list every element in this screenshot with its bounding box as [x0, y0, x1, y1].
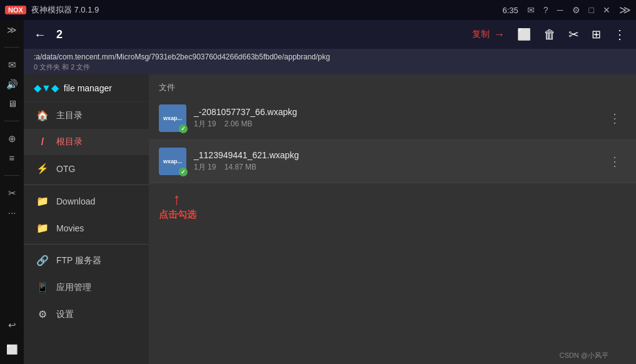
settings-icon[interactable]: ⚙: [572, 5, 580, 15]
title-time: 6:35: [503, 6, 518, 15]
file-info-2: _1123949441_621.wxapkg 1月 19 14.87 MB: [194, 150, 603, 173]
file-name-1: _-2081057737_66.wxapkg: [194, 107, 603, 117]
file-meta-1: 1月 19 2.06 MB: [194, 119, 603, 129]
sidebar-item-movies[interactable]: 📁 Movies: [24, 215, 149, 241]
rp-sep-1: [4, 47, 19, 48]
rp-screen-icon[interactable]: 🖥: [8, 99, 17, 108]
annotation-area: ↑ 点击勾选: [149, 183, 636, 233]
path-info: 0 文件夹 和 2 文件: [34, 63, 626, 72]
settings-icon-sidebar: ⚙: [36, 308, 49, 320]
click-annotation: ↑ 点击勾选: [159, 190, 626, 221]
copy-hint: 复制 →: [472, 28, 505, 41]
sidebar-logo-area: ◆▼◆ file manager: [24, 74, 149, 102]
check-badge-1: ✓: [179, 124, 188, 133]
table-row[interactable]: wxap... ✓ _-2081057737_66.wxapkg 1月 19 2…: [149, 97, 636, 140]
sidebar-home-label: 主目录: [56, 110, 83, 121]
rp-message-icon[interactable]: ✉: [8, 60, 16, 69]
message-icon[interactable]: ✉: [527, 5, 535, 15]
cut-button[interactable]: ✂: [568, 27, 579, 42]
app-title: 夜神模拟器 7.0.1.9: [31, 4, 99, 16]
sidebar-item-root[interactable]: / 根目录: [24, 129, 149, 155]
file-info-1: _-2081057737_66.wxapkg 1月 19 2.06 MB: [194, 107, 603, 129]
back-nav-icon[interactable]: ≫: [619, 3, 631, 17]
app-title-left: ← 2: [34, 28, 63, 42]
main-layout: ← 2 复制 → ⬜ 🗑 ✂ ⊞ ⋮ :a/data/com.tencent.m…: [0, 20, 636, 364]
rp-back-icon[interactable]: ≫: [7, 25, 17, 34]
click-annotation-arrow: ↑: [173, 190, 181, 209]
right-panel: ≫ ✉ 🔊 🖥 ⊕ ≡ ✂ ··· ↩ ⬜: [0, 20, 24, 364]
sidebar-app-name: file manager: [64, 83, 112, 93]
check-badge-2: ✓: [179, 168, 188, 176]
sidebar-movies-label: Movies: [56, 223, 84, 233]
title-bar-right: 6:35 ✉ ? ─ ⚙ □ ✕ ≫: [503, 3, 632, 17]
download-folder-icon: 📁: [36, 195, 49, 207]
more-button[interactable]: ⋮: [613, 27, 626, 42]
rp-back-button[interactable]: ↩: [8, 320, 16, 330]
question-icon[interactable]: ?: [543, 5, 548, 15]
sidebar-item-download[interactable]: 📁 Download: [24, 188, 149, 215]
movies-folder-icon: 📁: [36, 222, 49, 234]
file-more-btn-1[interactable]: ⋮: [603, 108, 626, 128]
watermark: CSDN @小风平: [560, 351, 608, 360]
copy-hint-label: 复制: [472, 29, 490, 40]
copy-button[interactable]: ⬜: [517, 28, 531, 41]
sidebar: ◆▼◆ file manager 🏠 主目录 / 根目录 ⚡ OTG: [24, 74, 149, 364]
app-title-bar: ← 2 复制 → ⬜ 🗑 ✂ ⊞ ⋮: [24, 20, 636, 49]
rp-sep-2: [4, 121, 19, 121]
app-window: ← 2 复制 → ⬜ 🗑 ✂ ⊞ ⋮ :a/data/com.tencent.m…: [24, 20, 636, 364]
restore-icon[interactable]: □: [589, 5, 594, 15]
rp-sep-3: [4, 175, 19, 176]
file-list: 文件 wxap... ✓ _-2081057737_66.wxapkg 1月 1…: [149, 74, 636, 364]
app-title-right: 复制 → ⬜ 🗑 ✂ ⊞ ⋮: [472, 27, 626, 42]
nox-logo: NOX: [5, 6, 26, 14]
file-section-header: 文件: [149, 74, 636, 97]
file-meta-2: 1月 19 14.87 MB: [194, 162, 603, 173]
title-bar: NOX 夜神模拟器 7.0.1.9 6:35 ✉ ? ─ ⚙ □ ✕ ≫: [0, 0, 636, 20]
rp-scissors-icon[interactable]: ✂: [8, 188, 16, 198]
minimize-icon[interactable]: ─: [557, 5, 563, 15]
selected-count: 2: [56, 28, 63, 41]
rp-more-icon[interactable]: ···: [8, 208, 16, 217]
ftp-icon: 🔗: [36, 255, 49, 266]
copy-hint-arrow: →: [493, 28, 505, 41]
file-name-2: _1123949441_621.wxapkg: [194, 150, 603, 160]
file-thumb-1: wxap... ✓: [159, 104, 186, 132]
root-icon: /: [36, 136, 49, 148]
path-bar: :a/data/com.tencent.mm/MicroMsg/7931eb2b…: [24, 49, 636, 74]
apps-icon: 📱: [36, 281, 49, 293]
content-area: ◆▼◆ file manager 🏠 主目录 / 根目录 ⚡ OTG: [24, 74, 636, 364]
sidebar-ftp-label: FTP 服务器: [56, 255, 101, 266]
sidebar-otg-label: OTG: [56, 164, 75, 174]
table-row[interactable]: wxap... ✓ _1123949441_621.wxapkg 1月 19 1…: [149, 140, 636, 183]
sidebar-item-home[interactable]: 🏠 主目录: [24, 102, 149, 129]
rp-list-icon[interactable]: ≡: [9, 153, 15, 163]
sidebar-divider-2: [24, 244, 149, 245]
sidebar-settings-label: 设置: [56, 309, 74, 320]
sidebar-download-label: Download: [56, 196, 95, 206]
sidebar-item-settings[interactable]: ⚙ 设置: [24, 301, 149, 328]
rp-add-apk-icon[interactable]: ⊕: [8, 134, 16, 143]
sidebar-item-apps[interactable]: 📱 应用管理: [24, 274, 149, 301]
otg-icon: ⚡: [36, 163, 49, 174]
title-bar-left: NOX 夜神模拟器 7.0.1.9: [5, 4, 99, 16]
delete-button[interactable]: 🗑: [543, 28, 556, 42]
file-more-btn-2[interactable]: ⋮: [603, 151, 626, 171]
back-button[interactable]: ←: [34, 28, 46, 42]
sidebar-divider-1: [24, 185, 149, 185]
rp-home-button[interactable]: ⬜: [6, 345, 18, 354]
click-annotation-text: 点击勾选: [159, 209, 196, 221]
home-icon: 🏠: [36, 109, 49, 121]
sidebar-root-label: 根目录: [56, 136, 83, 148]
sidebar-item-otg[interactable]: ⚡ OTG: [24, 155, 149, 182]
sidebar-item-ftp[interactable]: 🔗 FTP 服务器: [24, 247, 149, 274]
sidebar-apps-label: 应用管理: [56, 282, 91, 293]
file-thumb-2: wxap... ✓: [159, 148, 186, 175]
select-all-button[interactable]: ⊞: [592, 28, 601, 41]
close-icon[interactable]: ✕: [603, 5, 610, 15]
logo-diamond-icons: ◆▼◆: [34, 82, 59, 94]
current-path: :a/data/com.tencent.mm/MicroMsg/7931eb2b…: [34, 53, 626, 61]
rp-volume-icon[interactable]: 🔊: [6, 79, 18, 89]
